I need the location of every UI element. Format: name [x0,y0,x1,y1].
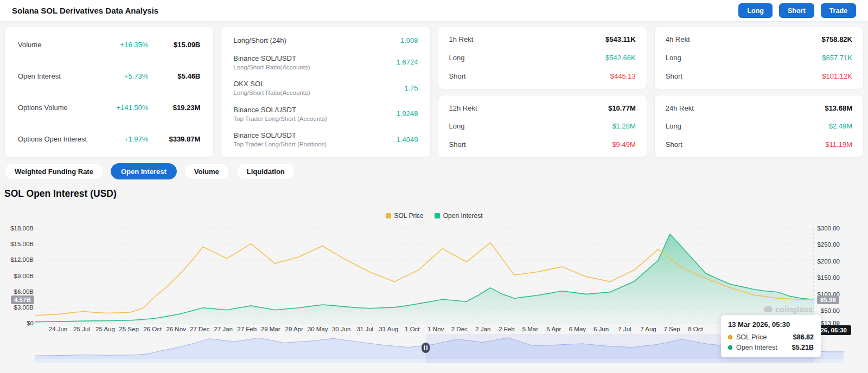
tooltip-row: Open Interest$5.21B [728,344,814,351]
y-axis-left-tick: $15.00B [0,241,34,247]
rekt-long-label: Long [666,122,829,130]
watermark: coinglass [764,305,813,314]
rekt-long-row: Long$2.49M [666,122,852,130]
long-button[interactable]: Long [738,3,773,18]
rekt-title-row: 1h Rekt$543.11K [449,35,636,43]
rekt-column-1: 1h Rekt$543.11KLong$542.66KShort$445.131… [438,26,647,158]
watermark-text: coinglass [775,305,813,314]
rekt-long-value: $657.71K [822,54,852,62]
ratio-sublabel: Long/Short Ratio(Accounts) [233,64,396,70]
y-axis-right-tick: $250.00 [808,241,840,248]
tooltip-series-label: SOL Price [736,333,767,341]
rekt-card: 4h Rekt$758.82KLong$657.71KShort$101.12K [654,26,864,89]
rekt-title-row: 12h Rekt$10.77M [449,104,636,112]
rekt-column-2: 4h Rekt$758.82KLong$657.71KShort$101.12K… [654,26,864,158]
ratio-value: 1.75 [404,84,418,92]
stat-change: +141.50% [99,104,148,112]
ratio-sublabel: Long/Short Ratio(Accounts) [233,89,404,96]
stat-label: Options Open Interest [18,135,99,143]
y-axis-right-tick: $200.00 [808,258,840,265]
page-title: Solana SOL Derivatives Data Analysis [12,6,158,15]
rekt-long-row: Long$542.66K [449,54,636,62]
tooltip-series-label: Open Interest [736,344,777,351]
ratio-row: Binance SOL/USDTTop Trader Long/Short (P… [233,131,418,147]
tooltip-series-value: $5.21B [792,344,814,351]
legend-item-sol-price[interactable]: SOL Price [386,212,424,220]
tooltip-row: SOL Price$86.82 [728,333,814,341]
stat-label: Options Volume [18,104,99,112]
legend-swatch-icon [386,213,391,218]
ratio-label: Long/Short (24h) [233,36,400,44]
overview-row: Volume+16.35%$15.09B [18,41,200,49]
short-button[interactable]: Short [779,3,814,18]
tab-liquidation[interactable]: Liquidation [237,163,295,179]
rekt-card: 12h Rekt$10.77MLong$1.28MShort$9.49M [438,95,647,158]
rekt-short-row: Short$101.12K [666,72,852,80]
legend-swatch-icon [435,213,440,218]
rekt-total: $13.68M [825,104,852,112]
overview-row: Options Open Interest+1.97%$339.87M [18,135,200,143]
rekt-long-label: Long [449,122,612,130]
rekt-short-label: Short [666,140,826,149]
stat-change: +1.97% [99,135,148,143]
header: Solana SOL Derivatives Data Analysis Lon… [0,0,868,22]
main-chart-svg[interactable] [0,223,868,329]
rekt-title: 24h Rekt [666,104,825,112]
ratio-value: 1.6724 [397,58,418,66]
rekt-short-value: $11.19M [825,140,852,149]
rekt-title-row: 24h Rekt$13.68M [666,104,852,112]
rekt-total: $10.77M [608,104,636,112]
stat-value: $15.09B [148,41,200,49]
ratio-sublabel: Top Trader Long/Short (Positions) [233,141,396,147]
watermark-logo-icon [764,306,773,312]
legend-label: SOL Price [394,212,424,220]
chart-tabs: Weighted Funding RateOpen InterestVolume… [4,163,864,179]
rekt-short-row: Short$445.13 [449,72,636,80]
rekt-long-label: Long [666,54,822,62]
oi-current-badge: 4.57B [11,295,34,304]
tab-open-interest[interactable]: Open Interest [111,163,177,179]
y-axis-left-tick: $12.00B [0,256,34,263]
rekt-short-label: Short [449,72,610,80]
stat-value: $339.87M [148,135,200,143]
trade-button[interactable]: Trade [821,3,856,18]
y-axis-left-tick: $0 [0,320,34,326]
rekt-long-value: $542.66K [605,54,636,62]
ratio-sublabel: Top Trader Long/Short (Accounts) [233,115,396,122]
stat-label: Volume [18,41,99,49]
rekt-long-label: Long [449,54,606,62]
ratio-value: 1.4049 [397,136,418,144]
legend-item-open-interest[interactable]: Open Interest [435,212,483,220]
chart-title: SOL Open Interest (USD) [4,188,864,200]
ratio-label: Binance SOL/USDTLong/Short Ratio(Account… [233,54,396,70]
ratio-row: OKX SOLLong/Short Ratio(Accounts)1.75 [233,80,418,96]
rekt-card: 1h Rekt$543.11KLong$542.66KShort$445.13 [438,26,647,89]
rekt-title: 4h Rekt [666,35,822,43]
ratio-row: Binance SOL/USDTLong/Short Ratio(Account… [233,54,418,70]
rekt-long-value: $1.28M [612,122,635,130]
ratio-value: 1.008 [400,36,418,44]
y-axis-right-tick: $150.00 [808,274,840,281]
rekt-short-label: Short [449,140,612,149]
stat-label: Open Interest [18,72,99,80]
rekt-title: 1h Rekt [449,35,606,43]
rekt-long-row: Long$657.71K [666,54,852,62]
ratio-label: Binance SOL/USDTTop Trader Long/Short (A… [233,106,396,122]
rekt-short-value: $9.49M [612,140,635,149]
rekt-card: 24h Rekt$13.68MLong$2.49MShort$11.19M [654,95,864,158]
longshort-ratio-card: Long/Short (24h)1.008Binance SOL/USDTLon… [221,26,430,158]
overview-row: Options Volume+141.50%$19.23M [18,104,200,112]
y-axis-right-tick: $300.00 [808,225,840,231]
stat-change: +16.35% [99,41,148,49]
tab-weighted-funding-rate[interactable]: Weighted Funding Rate [4,163,104,179]
navigator-left-handle[interactable]: pause-icon [422,343,430,353]
tab-volume[interactable]: Volume [184,163,229,179]
rekt-title: 12h Rekt [449,104,609,112]
chart-legend: SOL PriceOpen Interest [0,212,868,220]
series-dot-icon [728,345,732,350]
rekt-short-label: Short [666,72,822,80]
rekt-short-value: $101.12K [822,72,852,80]
rekt-long-value: $2.49M [829,122,852,130]
y-axis-right-tick: $50.00 [808,307,840,314]
legend-label: Open Interest [443,212,483,220]
